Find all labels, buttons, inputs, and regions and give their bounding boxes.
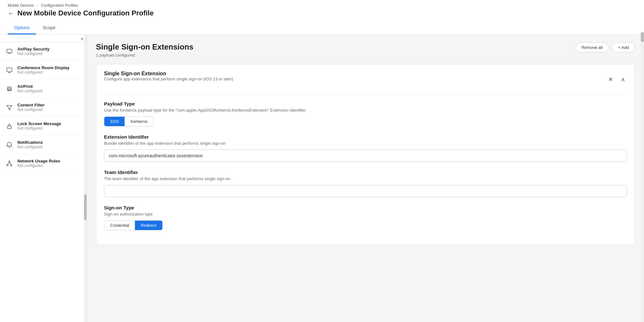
sidebar-airplay-sub: Not configured bbox=[17, 51, 50, 56]
breadcrumb-separator: : bbox=[36, 3, 37, 8]
svg-rect-1 bbox=[7, 68, 12, 72]
team-identifier-input[interactable] bbox=[104, 185, 627, 197]
card-desc: Configure app extensions that perform si… bbox=[104, 77, 234, 81]
sidebar-item-conference[interactable]: Conference Room Display Not configured bbox=[0, 61, 87, 79]
sidebar-content-filter-title: Content Filter bbox=[17, 103, 45, 107]
sidebar-network-sub: Not configured bbox=[17, 163, 60, 168]
sidebar-lock-screen-sub: Not configured bbox=[17, 126, 61, 131]
collapse-card-button[interactable]: ∧ bbox=[619, 75, 627, 84]
signon-type-toggle: Credential Redirect bbox=[104, 220, 163, 230]
signon-type-label: Sign-on Type bbox=[104, 205, 627, 210]
svg-rect-7 bbox=[7, 126, 11, 129]
airprint-icon bbox=[6, 85, 13, 92]
page-title: New Mobile Device Configuration Profile bbox=[17, 9, 154, 17]
main-tabs: Options Scope bbox=[8, 22, 636, 34]
divider-1 bbox=[104, 94, 627, 95]
main-layout: ▲ AirPlay Security Not configured bbox=[0, 35, 644, 322]
team-identifier-label: Team Identifier bbox=[104, 170, 627, 175]
breadcrumb: Mobile Devices : Configuration Profiles bbox=[8, 3, 636, 8]
sidebar-airprint-title: AirPrint bbox=[17, 84, 43, 89]
remove-all-button[interactable]: Remove all bbox=[575, 42, 609, 52]
back-button[interactable]: ← bbox=[8, 10, 14, 17]
sidebar-item-notifications[interactable]: Notifications Not configured bbox=[0, 135, 87, 154]
sidebar-item-lock-screen[interactable]: Lock Screen Message Not configured bbox=[0, 117, 87, 135]
team-identifier-section: Team Identifier The team identifier of t… bbox=[104, 170, 627, 197]
content-area: Single Sign-on Extensions 1 payload conf… bbox=[87, 35, 644, 322]
sidebar-airplay-title: AirPlay Security bbox=[17, 47, 50, 51]
sidebar-notifications-title: Notifications bbox=[17, 140, 43, 145]
content-header: Single Sign-on Extensions 1 payload conf… bbox=[96, 42, 635, 58]
svg-point-10 bbox=[11, 165, 12, 166]
top-bar: Mobile Devices : Configuration Profiles … bbox=[0, 0, 644, 35]
sidebar-item-airplay[interactable]: AirPlay Security Not configured bbox=[0, 42, 87, 61]
breadcrumb-parent[interactable]: Mobile Devices bbox=[8, 3, 34, 8]
header-actions: Remove all + Add bbox=[575, 42, 635, 52]
svg-line-12 bbox=[9, 162, 11, 165]
breadcrumb-current: Configuration Profiles bbox=[41, 3, 78, 8]
sidebar-item-network[interactable]: Network Usage Rules Not configured bbox=[0, 154, 87, 173]
payload-type-desc: Use the Kerberos payload type for the "c… bbox=[104, 108, 627, 113]
sidebar-notifications-sub: Not configured bbox=[17, 145, 43, 149]
sidebar-conference-sub: Not configured bbox=[17, 70, 70, 75]
conference-icon bbox=[6, 67, 13, 74]
content-filter-icon bbox=[6, 104, 13, 111]
sidebar-conference-title: Conference Room Display bbox=[17, 65, 70, 70]
extension-identifier-input[interactable] bbox=[104, 150, 627, 162]
payload-type-section: Payload Type Use the Kerberos payload ty… bbox=[104, 101, 627, 126]
network-icon bbox=[6, 160, 13, 167]
signon-type-desc: Sign-on authorization type bbox=[104, 212, 627, 216]
team-identifier-desc: The team identifier of the app extension… bbox=[104, 176, 627, 181]
card-actions: ✕ ∧ bbox=[606, 75, 627, 84]
payload-type-kerberos[interactable]: Kerberos bbox=[125, 117, 153, 126]
lock-screen-icon bbox=[6, 123, 13, 130]
notifications-icon bbox=[6, 141, 13, 148]
sidebar-lock-screen-title: Lock Screen Message bbox=[17, 121, 61, 126]
sso-extension-card: Single Sign-on Extension Configure app e… bbox=[96, 64, 635, 245]
add-button[interactable]: + Add bbox=[612, 42, 635, 52]
payload-type-label: Payload Type bbox=[104, 101, 627, 106]
sidebar-content-filter-sub: Not configured bbox=[17, 107, 45, 112]
sidebar-item-content-filter[interactable]: Content Filter Not configured bbox=[0, 98, 87, 117]
airplay-icon bbox=[6, 48, 13, 55]
card-header: Single Sign-on Extension Configure app e… bbox=[104, 71, 627, 88]
section-title: Single Sign-on Extensions bbox=[96, 42, 194, 51]
tab-scope[interactable]: Scope bbox=[36, 22, 62, 34]
section-subtitle: 1 payload configured bbox=[96, 53, 194, 58]
svg-rect-5 bbox=[8, 89, 11, 91]
sidebar: ▲ AirPlay Security Not configured bbox=[0, 35, 87, 322]
card-title: Single Sign-on Extension bbox=[104, 71, 234, 77]
signon-redirect-btn[interactable]: Redirect bbox=[135, 221, 162, 230]
svg-point-9 bbox=[7, 165, 8, 166]
extension-identifier-desc: Bundle identifier of the app extension t… bbox=[104, 141, 627, 146]
signon-credential-btn[interactable]: Credential bbox=[104, 221, 135, 230]
signon-type-section: Sign-on Type Sign-on authorization type … bbox=[104, 205, 627, 230]
sidebar-airprint-sub: Not configured bbox=[17, 89, 43, 93]
sidebar-network-title: Network Usage Rules bbox=[17, 159, 60, 163]
payload-type-sso[interactable]: SSO bbox=[104, 117, 125, 126]
svg-marker-6 bbox=[7, 106, 12, 110]
sidebar-scroll-up[interactable]: ▲ bbox=[80, 36, 84, 41]
svg-line-11 bbox=[7, 162, 9, 165]
page-title-container: ← New Mobile Device Configuration Profil… bbox=[8, 9, 636, 21]
tab-options[interactable]: Options bbox=[8, 22, 36, 34]
remove-card-button[interactable]: ✕ bbox=[606, 75, 615, 84]
sidebar-item-airprint[interactable]: AirPrint Not configured bbox=[0, 79, 87, 98]
svg-point-8 bbox=[9, 161, 10, 162]
extension-identifier-label: Extension Identifier bbox=[104, 134, 627, 140]
payload-type-toggle: SSO Kerberos bbox=[104, 116, 154, 126]
svg-rect-0 bbox=[7, 49, 12, 53]
extension-identifier-section: Extension Identifier Bundle identifier o… bbox=[104, 134, 627, 162]
